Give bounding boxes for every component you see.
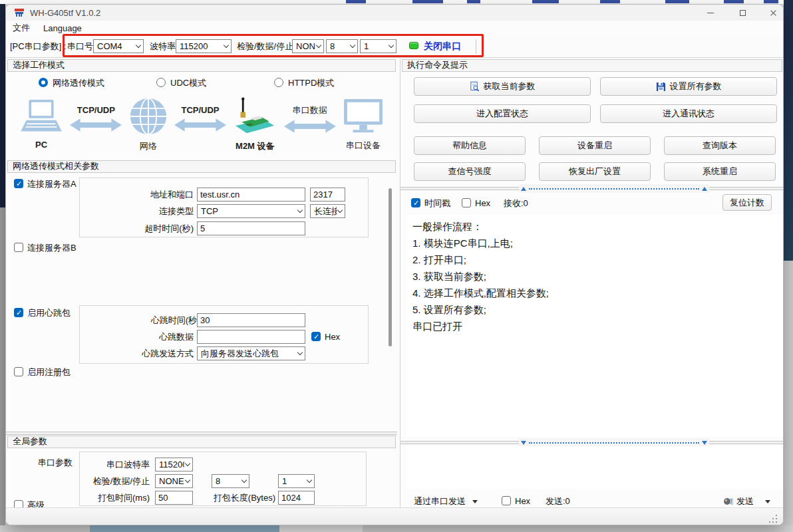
- get-params-button[interactable]: 获取当前参数: [414, 77, 591, 96]
- keepalive-select[interactable]: 长连接: [310, 204, 345, 218]
- timeout-input[interactable]: 5: [197, 221, 305, 235]
- send-button[interactable]: 发送: [736, 494, 754, 508]
- diagram-link-3: 串口数据: [284, 104, 336, 134]
- port-status-led-icon: [409, 42, 418, 49]
- query-signal-button[interactable]: 查信号强度: [414, 162, 526, 181]
- maximize-button[interactable]: [731, 5, 754, 21]
- send-dropdown-caret-icon: [765, 500, 770, 503]
- right-panel: 执行命令及提示 获取当前参数 设置所有参数 进入配置状态 进入通: [400, 58, 784, 507]
- radio-net-transparent-label[interactable]: 网络透传模式: [53, 76, 104, 90]
- baud-select[interactable]: 115200: [176, 39, 232, 53]
- background-artifact: [665, 0, 689, 3]
- global-databits-select[interactable]: 8: [212, 474, 249, 488]
- hb-time-input[interactable]: 30: [197, 313, 305, 327]
- register-checkbox[interactable]: [14, 367, 23, 376]
- global-params-header: 全局参数: [7, 436, 396, 448]
- query-version-button[interactable]: 查询版本: [664, 136, 776, 155]
- set-params-button[interactable]: 设置所有参数: [600, 77, 777, 96]
- doc-search-icon: [470, 81, 480, 92]
- resize-grip[interactable]: [768, 514, 777, 523]
- global-stopbits-select[interactable]: 1: [278, 474, 315, 488]
- send-via-dropdown[interactable]: 通过串口发送: [414, 494, 466, 508]
- global-baud-select[interactable]: 115200: [155, 458, 193, 471]
- diagram-node-pc: PC: [19, 99, 63, 150]
- pack-len-input[interactable]: 1024: [278, 491, 315, 505]
- global-parity-select[interactable]: NONE: [155, 474, 193, 488]
- port-input[interactable]: 2317: [310, 188, 345, 201]
- stopbits-select[interactable]: 1: [360, 39, 397, 53]
- radio-httpd-label[interactable]: HTTPD模式: [288, 76, 334, 90]
- radio-udc-label[interactable]: UDC模式: [170, 76, 206, 90]
- maximize-icon: [740, 10, 746, 16]
- factory-reset-button[interactable]: 恢复出厂设置: [539, 162, 651, 181]
- double-arrow-icon: [174, 117, 226, 133]
- top-splitter-handle[interactable]: [519, 184, 709, 193]
- parity-select[interactable]: NONI: [292, 39, 324, 53]
- recv-count: 接收:0: [504, 196, 528, 210]
- recv-hex-label: Hex: [475, 196, 490, 210]
- menu-item-language[interactable]: Language: [43, 23, 82, 33]
- conn-type-select[interactable]: TCP: [197, 204, 305, 218]
- app-window: WH-G405tf V1.0.2 文件 Language [PC串口参数] : …: [5, 4, 784, 525]
- pack-len-label: 打包长度(Bytes): [206, 491, 275, 505]
- collapse-up-icon: [702, 187, 707, 191]
- collapse-up-icon: [521, 187, 526, 191]
- server-a-checkbox[interactable]: [14, 179, 23, 188]
- baud-label: 波特率: [150, 39, 176, 53]
- device-restart-button[interactable]: 设备重启: [539, 136, 651, 155]
- hb-data-input[interactable]: [197, 330, 305, 344]
- hb-mode-select[interactable]: 向服务器发送心跳包: [197, 346, 305, 360]
- pack-time-input[interactable]: 50: [155, 491, 193, 505]
- menu-item-file[interactable]: 文件: [13, 22, 30, 34]
- receive-log[interactable]: 一般操作流程： 1. 模块连PC串口,上电; 2. 打开串口; 3. 获取当前参…: [406, 215, 784, 437]
- toolbar-separator: [476, 39, 476, 54]
- diagram-node-serial: 串口设备: [343, 98, 384, 152]
- addr-input[interactable]: test.usr.cn: [197, 188, 305, 201]
- hb-data-label: 心跳数据: [86, 330, 194, 344]
- radio-udc[interactable]: [156, 78, 166, 87]
- minimize-button[interactable]: [699, 5, 722, 21]
- double-arrow-icon: [284, 118, 336, 134]
- server-b-checkbox[interactable]: [14, 243, 23, 252]
- close-button[interactable]: [762, 5, 784, 21]
- background-artifact: [532, 0, 559, 3]
- desktop-bottom-strip: [279, 525, 363, 532]
- send-hex-checkbox[interactable]: [502, 496, 511, 505]
- serial-group-label: 串口参数: [26, 456, 73, 469]
- chevron-down-icon: [350, 43, 355, 48]
- com-port-label: 串口号: [67, 39, 93, 53]
- hb-hex-checkbox[interactable]: [311, 332, 321, 341]
- chevron-down-icon: [337, 207, 343, 213]
- diagram-node-network: 网络: [129, 97, 168, 152]
- timestamp-checkbox[interactable]: [411, 198, 420, 207]
- diagram-link-2: TCP/UDP: [174, 105, 226, 133]
- close-port-button[interactable]: 关闭串口: [424, 39, 461, 53]
- left-scrollbar-thumb[interactable]: [389, 188, 392, 346]
- serial-device-icon: [343, 98, 384, 135]
- collapse-down-icon: [702, 441, 707, 445]
- chevron-down-icon: [224, 43, 229, 48]
- minimize-icon: [707, 13, 714, 13]
- enter-comm-button[interactable]: 进入通讯状态: [600, 104, 777, 123]
- reset-count-button[interactable]: 复位计数: [722, 194, 772, 211]
- background-artifact: [467, 0, 480, 3]
- chevron-down-icon: [136, 43, 141, 48]
- background-artifact: [346, 0, 366, 3]
- chevron-down-icon: [307, 477, 312, 483]
- conn-type-label: 连接类型: [86, 204, 194, 218]
- desktop-left-strip: [0, 207, 5, 525]
- radio-net-transparent[interactable]: [39, 78, 48, 87]
- recv-hex-checkbox[interactable]: [462, 198, 471, 207]
- statusbar: [6, 507, 783, 525]
- help-button[interactable]: 帮助信息: [414, 136, 526, 155]
- system-restart-button[interactable]: 系统重启: [664, 162, 776, 181]
- com-port-select[interactable]: COM4: [93, 39, 144, 53]
- radio-httpd[interactable]: [274, 78, 283, 87]
- enter-config-button[interactable]: 进入配置状态: [414, 104, 591, 123]
- heartbeat-checkbox[interactable]: [14, 308, 23, 317]
- databits-select[interactable]: 8: [326, 39, 358, 53]
- hb-hex-label: Hex: [325, 330, 340, 344]
- send-textarea[interactable]: [406, 446, 784, 489]
- left-splitter[interactable]: [6, 432, 397, 435]
- commands-header: 执行命令及提示: [402, 59, 782, 72]
